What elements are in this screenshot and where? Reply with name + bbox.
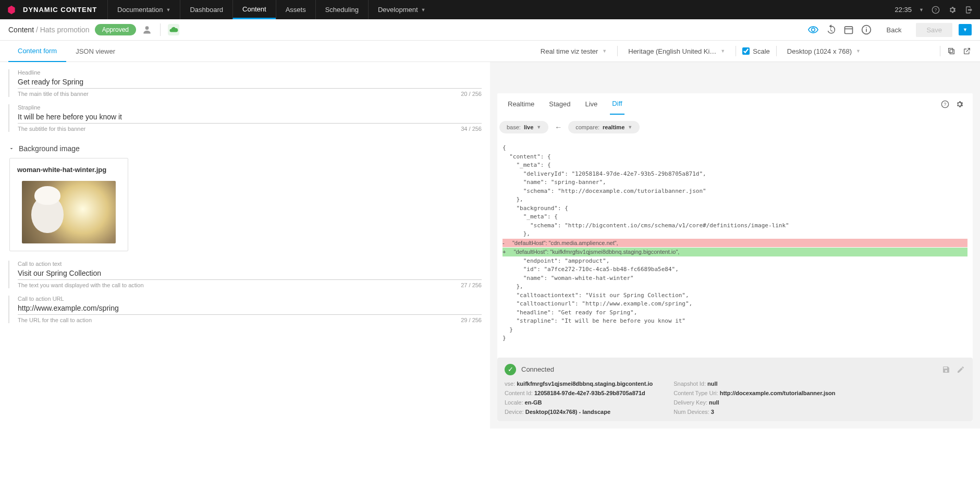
- sub-bar: Content / Hats promotion Approved Back S…: [0, 19, 980, 41]
- field-cta-url: Call to action URL The URL for the call …: [8, 296, 482, 323]
- info-icon[interactable]: [861, 24, 872, 35]
- person-icon[interactable]: [141, 24, 153, 35]
- connected-label: Connected: [521, 365, 936, 373]
- gear-icon[interactable]: [955, 100, 964, 109]
- cta-text-input[interactable]: [18, 267, 482, 280]
- nav-development[interactable]: Development▼: [368, 0, 435, 19]
- scale-checkbox[interactable]: Scale: [742, 47, 770, 55]
- chevron-down-icon: ▼: [166, 7, 171, 13]
- field-headline: Headline The main title of this banner20…: [8, 69, 482, 97]
- chevron-down-icon: [8, 145, 15, 152]
- locale-selector[interactable]: Heritage (English United Ki…▼: [624, 45, 729, 57]
- diff-tabs: Realtime Staged Live Diff ?: [497, 93, 973, 115]
- top-bar: DYNAMIC CONTENT Documentation▼ Dashboard…: [0, 0, 980, 19]
- tab-content-form[interactable]: Content form: [8, 41, 66, 62]
- field-cta-text: Call to action text The text you want di…: [8, 261, 482, 288]
- compare-selector[interactable]: compare: realtime ▼: [568, 121, 640, 133]
- content-area: Headline The main title of this banner20…: [0, 62, 980, 428]
- back-button[interactable]: Back: [878, 23, 910, 37]
- image-thumbnail: [22, 181, 116, 243]
- tabbar: Content form JSON viewer Real time viz t…: [0, 41, 980, 62]
- breadcrumb-root[interactable]: Content: [8, 26, 34, 34]
- top-right: 22:35 ▼ ?: [895, 5, 974, 15]
- tab-staged[interactable]: Staged: [547, 94, 572, 114]
- char-count: 29 / 256: [461, 317, 482, 323]
- tab-diff[interactable]: Diff: [610, 93, 624, 115]
- top-nav: Documentation▼ Dashboard Content Assets …: [107, 0, 435, 19]
- eye-icon[interactable]: [807, 24, 819, 35]
- save-icon[interactable]: [941, 365, 951, 374]
- svg-text:?: ?: [944, 102, 947, 107]
- help-icon[interactable]: ?: [931, 5, 940, 15]
- nav-documentation[interactable]: Documentation▼: [107, 0, 180, 19]
- headline-input[interactable]: [18, 76, 482, 89]
- svg-rect-10: [949, 48, 953, 53]
- status-chip: Approved: [95, 24, 136, 35]
- tab-realtime[interactable]: Realtime: [506, 94, 536, 114]
- edit-icon[interactable]: [956, 365, 965, 374]
- form-pane: Headline The main title of this banner20…: [0, 62, 490, 428]
- copy-icon[interactable]: [947, 46, 956, 56]
- open-external-icon[interactable]: [962, 46, 972, 56]
- nav-dashboard[interactable]: Dashboard: [180, 0, 232, 19]
- field-label: Headline: [18, 69, 482, 76]
- field-label: Strapline: [18, 104, 482, 111]
- field-label: Call to action URL: [18, 296, 482, 302]
- status-box: ✓ Connected vse: kuifkfmrgfsv1qjsmei8dbb…: [497, 358, 973, 421]
- image-card[interactable]: woman-white-hat-winter.jpg: [9, 158, 128, 251]
- preview-pane: Realtime Staged Live Diff ? base: live ▼…: [490, 62, 980, 428]
- clock: 22:35: [895, 6, 912, 14]
- diff-code: { "content": { "_meta": { "deliveryId": …: [497, 140, 973, 347]
- char-count: 27 / 256: [461, 282, 482, 288]
- svg-point-3: [145, 26, 149, 30]
- preview-card: Realtime Staged Live Diff ? base: live ▼…: [497, 93, 973, 421]
- nav-assets[interactable]: Assets: [276, 0, 315, 19]
- base-selector[interactable]: base: live ▼: [499, 121, 548, 133]
- chevron-down-icon: ▼: [421, 7, 426, 13]
- save-dropdown[interactable]: ▼: [959, 24, 972, 35]
- sub-right: Back Save ▼: [807, 23, 972, 37]
- gear-icon[interactable]: [948, 5, 957, 15]
- breadcrumb: Content / Hats promotion: [8, 26, 90, 34]
- device-selector[interactable]: Desktop (1024 x 768)▼: [783, 45, 865, 57]
- svg-point-8: [866, 27, 867, 28]
- tab-live[interactable]: Live: [583, 94, 600, 114]
- background-image-section[interactable]: Background image: [8, 139, 482, 158]
- char-count: 34 / 256: [461, 126, 482, 132]
- brand-text: DYNAMIC CONTENT: [23, 6, 97, 14]
- save-button[interactable]: Save: [916, 23, 952, 37]
- tab-json-viewer[interactable]: JSON viewer: [66, 41, 125, 62]
- calendar-icon[interactable]: [843, 24, 854, 35]
- viz-selector[interactable]: Real time viz tester▼: [536, 45, 611, 57]
- breadcrumb-current: Hats promotion: [40, 26, 90, 34]
- logout-icon[interactable]: [964, 5, 974, 15]
- history-icon[interactable]: [825, 24, 837, 35]
- field-strapline: Strapline The subtitle for this banner34…: [8, 104, 482, 132]
- svg-marker-0: [8, 5, 15, 14]
- cta-url-input[interactable]: [18, 302, 482, 315]
- svg-rect-9: [950, 50, 954, 54]
- logo-icon: [6, 5, 17, 15]
- chevron-down-icon[interactable]: ▼: [919, 7, 924, 13]
- compare-row: base: live ▼ ← compare: realtime ▼: [497, 115, 973, 140]
- cloud-icon[interactable]: [168, 24, 179, 35]
- preview-controls: Real time viz tester▼ Heritage (English …: [536, 45, 972, 57]
- logo: DYNAMIC CONTENT: [6, 5, 97, 15]
- char-count: 20 / 256: [461, 91, 482, 97]
- field-label: Call to action text: [18, 261, 482, 267]
- help-icon[interactable]: ?: [940, 100, 950, 109]
- strapline-input[interactable]: [18, 111, 482, 124]
- arrow-left-icon[interactable]: ←: [555, 123, 562, 131]
- image-filename: woman-white-hat-winter.jpg: [17, 166, 120, 174]
- nav-scheduling[interactable]: Scheduling: [315, 0, 368, 19]
- svg-text:?: ?: [935, 7, 937, 13]
- nav-content[interactable]: Content: [232, 0, 276, 19]
- svg-rect-4: [844, 27, 852, 33]
- check-icon: ✓: [505, 364, 516, 375]
